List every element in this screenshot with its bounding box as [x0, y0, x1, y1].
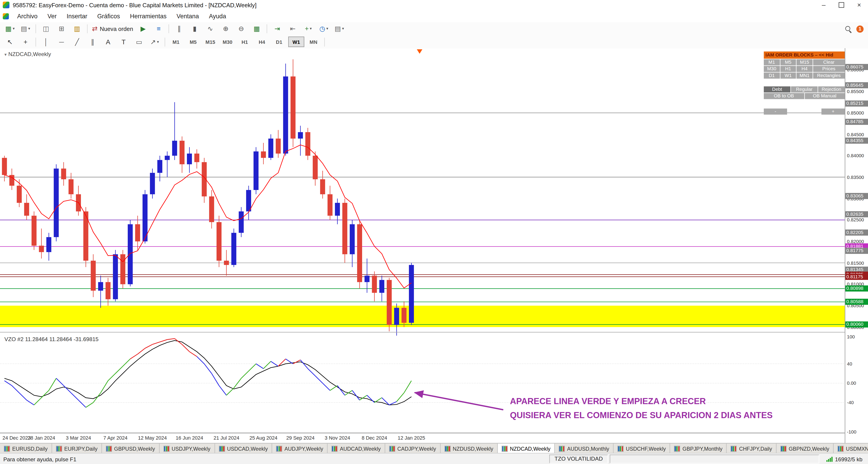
ob-button-rectangles[interactable]: Rectangles — [813, 72, 845, 78]
timeframe-button-d1[interactable]: D1 — [271, 37, 287, 47]
ob-button-debt[interactable]: Debt — [764, 86, 790, 92]
ob-button-h1[interactable]: H1 — [780, 66, 796, 72]
periods-button[interactable]: ◷▾ — [317, 23, 331, 35]
timeframe-button-m15[interactable]: M15 — [202, 37, 218, 47]
zoom-out-icon: ⊖ — [239, 26, 244, 32]
depth-of-market-button[interactable]: ≡ — [151, 23, 166, 35]
price-scale[interactable]: 0.860000.855000.850000.845000.840000.835… — [845, 48, 868, 443]
indicator-label: VZO #2 11.28464 11.28464 -31.69815 — [4, 336, 98, 342]
menu-archivo[interactable]: Archivo — [12, 10, 42, 22]
indicators-button[interactable]: +▾ — [301, 23, 315, 35]
chart-canvas[interactable]: 24 Dec 202328 Jan 20243 Mar 20247 Apr 20… — [0, 48, 845, 443]
ob-button-mn1[interactable]: MN1 — [797, 72, 812, 78]
trendline-button[interactable]: ╱ — [70, 36, 84, 48]
crosshair-button[interactable]: + — [18, 36, 33, 48]
notification-badge[interactable]: 1 — [857, 25, 864, 33]
text-button[interactable]: A — [101, 36, 115, 48]
menu-insertar[interactable]: Insertar — [62, 10, 92, 22]
order-blocks-panel-title[interactable]: IAM ORDER BLOCKS – << Hid — [764, 52, 845, 59]
minimize-button[interactable]: – — [815, 0, 833, 10]
auto-scroll-button[interactable]: ⇥ — [270, 23, 285, 35]
svg-text:25 Aug 2024: 25 Aug 2024 — [249, 435, 277, 441]
line-chart-icon: ∿ — [207, 26, 213, 32]
chart-tab-nzdcad-weekly[interactable]: NZDCAD,Weekly — [498, 443, 555, 453]
zoom-out-button[interactable]: ⊖ — [234, 23, 248, 35]
new-order-button[interactable]: ⇄Nueva orden — [90, 23, 135, 35]
algo-trading-button[interactable]: ▶ — [136, 23, 150, 35]
ob-plus-button[interactable]: + — [822, 108, 845, 114]
chart-tab-gbpusd-weekly[interactable]: GBPUSD,Weekly — [102, 443, 159, 453]
line-chart-button[interactable]: ∿ — [203, 23, 217, 35]
close-button[interactable]: × — [850, 0, 868, 10]
menu-ventana[interactable]: Ventana — [172, 10, 204, 22]
ob-button-h4[interactable]: H4 — [797, 66, 812, 72]
chart-tab-chfjpy-daily[interactable]: CHFJPY,Daily — [727, 443, 776, 453]
timeframe-button-m30[interactable]: M30 — [219, 37, 236, 47]
ob-button-regular[interactable]: Regular — [791, 86, 817, 92]
market-watch-button[interactable]: ◫ — [39, 23, 53, 35]
chart-tab-audcad-weekly[interactable]: AUDCAD,Weekly — [328, 443, 385, 453]
ob-button-rejection[interactable]: Rejection — [818, 86, 845, 92]
chart-tab-usdmxn-weekl[interactable]: USDMXN,Weekl — [834, 443, 868, 453]
chart-tab-label: USDCHF,Weekly — [626, 445, 666, 452]
data-window-button[interactable]: ⊞ — [54, 23, 69, 35]
toolbar-separator — [35, 37, 36, 46]
price-tick: 0.84500 — [847, 131, 864, 137]
menu-herramientas[interactable]: Herramientas — [125, 10, 172, 22]
chart-tab-eurjpy-daily[interactable]: EURJPY,Daily — [52, 443, 102, 453]
horizontal-line-button[interactable]: ─ — [54, 36, 69, 48]
shapes-button[interactable]: ▭ — [132, 36, 147, 48]
ob-button-ob-manual[interactable]: OB Manual — [804, 93, 845, 99]
ob-button-ob-to-ob[interactable]: OB to OB — [764, 93, 804, 99]
ob-button-m1[interactable]: M1 — [764, 59, 780, 65]
zoom-in-button[interactable]: ⊕ — [219, 23, 233, 35]
menu-ver[interactable]: Ver — [42, 10, 62, 22]
maximize-button[interactable] — [833, 0, 850, 10]
arrows-button[interactable]: ↗▾ — [147, 36, 162, 48]
equidistant-channel-button[interactable]: ∥ — [86, 36, 100, 48]
menu-gr-ficos[interactable]: Gráficos — [92, 10, 125, 22]
ob-button-prices[interactable]: Prices — [813, 66, 845, 72]
chart-tab-eurusd-daily[interactable]: EURUSD,Daily — [0, 443, 52, 453]
ob-minus-button[interactable]: - — [764, 108, 787, 114]
navigator-button[interactable]: ▥ — [70, 23, 84, 35]
chart-properties-button[interactable]: ▤▾ — [332, 23, 346, 35]
profiles-button[interactable]: ▤▾ — [18, 23, 33, 35]
strategy-tester-button[interactable]: ▦ — [250, 23, 264, 35]
ob-button-m15[interactable]: M15 — [797, 59, 812, 65]
shapes-icon: ▭ — [136, 38, 143, 45]
menu-ayuda[interactable]: Ayuda — [204, 10, 231, 22]
candles-chart-button[interactable]: ▮ — [187, 23, 202, 35]
chart-tab-nzdusd-weekly[interactable]: NZDUSD,Weekly — [440, 443, 498, 453]
label-button[interactable]: T — [116, 36, 131, 48]
chart-tab-audusd-monthly[interactable]: AUDUSD,Monthly — [555, 443, 614, 453]
price-badge-gray: 0.86075 — [845, 64, 868, 70]
ob-button-clear[interactable]: Clear — [813, 59, 845, 65]
new-chart-button[interactable]: ▦▾ — [3, 23, 17, 35]
ob-button-m30[interactable]: M30 — [764, 66, 780, 72]
ob-button-d1[interactable]: D1 — [764, 72, 780, 78]
bars-chart-button[interactable]: ∥ — [172, 23, 186, 35]
dropdown-caret-icon: ▾ — [326, 27, 328, 31]
timeframe-button-m1[interactable]: M1 — [168, 37, 184, 47]
chart-tab-usdchf-weekly[interactable]: USDCHF,Weekly — [614, 443, 670, 453]
chart-tab-usdjpy-weekly[interactable]: USDJPY,Weekly — [159, 443, 215, 453]
cursor-button[interactable]: ↖ — [3, 36, 17, 48]
ob-button-m5[interactable]: M5 — [780, 59, 796, 65]
chart-shift-button[interactable]: ⇤ — [285, 23, 300, 35]
chart-tab-audjpy-weekly[interactable]: AUDJPY,Weekly — [272, 443, 328, 453]
chart-tab-cadjpy-weekly[interactable]: CADJPY,Weekly — [385, 443, 440, 453]
chart-tab-gbpnzd-weekly[interactable]: GBPNZD,Weekly — [776, 443, 834, 453]
chart-tab-usdcad-weekly[interactable]: USDCAD,Weekly — [215, 443, 272, 453]
chart-tab-gbpjpy-monthly[interactable]: GBPJPY,Monthly — [670, 443, 727, 453]
timeframe-button-mn[interactable]: MN — [305, 37, 321, 47]
search-icon[interactable] — [845, 25, 852, 33]
chart-area[interactable]: 24 Dec 202328 Jan 20243 Mar 20247 Apr 20… — [0, 48, 845, 443]
timeframe-button-w1[interactable]: W1 — [288, 37, 304, 47]
vertical-line-button[interactable]: │ — [39, 36, 53, 48]
timeframe-button-m5[interactable]: M5 — [185, 37, 201, 47]
timeframe-button-h1[interactable]: H1 — [237, 37, 253, 47]
ob-button-w1[interactable]: W1 — [780, 72, 796, 78]
timeframe-button-h4[interactable]: H4 — [254, 37, 270, 47]
data-window-icon: ⊞ — [59, 26, 64, 32]
